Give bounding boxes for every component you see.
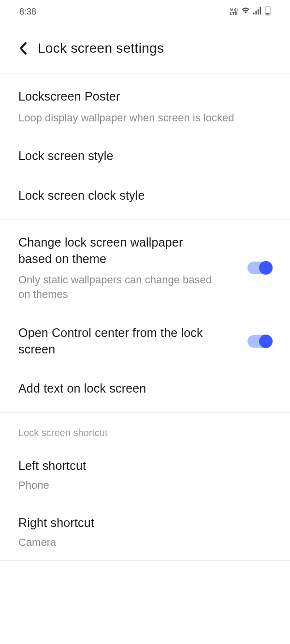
setting-subtitle: Loop display wallpaper when screen is lo…: [18, 111, 272, 125]
setting-title: Lockscreen Poster: [18, 88, 272, 105]
svg-rect-2: [258, 9, 259, 15]
chevron-left-icon: [19, 42, 28, 55]
lockscreen-poster-item[interactable]: Lockscreen Poster Loop display wallpaper…: [0, 74, 290, 136]
left-shortcut-item[interactable]: Left shortcut Phone: [0, 446, 290, 503]
page-title: Lock screen settings: [38, 41, 164, 56]
svg-rect-0: [253, 13, 255, 15]
page-header: Lock screen settings: [0, 23, 290, 74]
setting-title: Open Control center from the lock screen: [18, 325, 217, 358]
settings-section-2: Change lock screen wallpaper based on th…: [0, 220, 290, 413]
open-control-center-item[interactable]: Open Control center from the lock screen: [0, 313, 290, 369]
battery-icon: [265, 6, 271, 17]
setting-title: Lock screen style: [18, 148, 272, 164]
setting-title: Add text on lock screen: [18, 381, 272, 397]
settings-section-shortcut: Lock screen shortcut Left shortcut Phone…: [0, 413, 290, 561]
lock-screen-style-item[interactable]: Lock screen style: [0, 136, 290, 176]
setting-value: Phone: [18, 479, 272, 492]
wallpaper-theme-toggle[interactable]: [247, 262, 272, 274]
setting-subtitle: Only static wallpapers can change based …: [18, 273, 221, 301]
add-text-lockscreen-item[interactable]: Add text on lock screen: [0, 369, 290, 412]
wifi-icon: [241, 7, 250, 16]
setting-value: Camera: [18, 536, 272, 549]
signal-icon: [253, 7, 262, 16]
setting-title: Change lock screen wallpaper based on th…: [18, 234, 217, 267]
setting-title: Lock screen clock style: [18, 188, 272, 204]
section-header: Lock screen shortcut: [0, 413, 290, 446]
svg-rect-3: [260, 7, 261, 15]
status-bar: 8:38 Vo)) LTE: [0, 0, 290, 23]
control-center-toggle[interactable]: [247, 335, 272, 348]
setting-title: Left shortcut: [18, 458, 272, 474]
status-icons: Vo)) LTE: [230, 6, 271, 17]
toggle-knob: [259, 335, 273, 348]
svg-rect-6: [266, 13, 270, 15]
status-time: 8:38: [19, 7, 36, 17]
toggle-knob: [259, 261, 273, 275]
svg-rect-1: [256, 11, 257, 15]
change-wallpaper-theme-item[interactable]: Change lock screen wallpaper based on th…: [0, 220, 290, 313]
settings-section-1: Lockscreen Poster Loop display wallpaper…: [0, 74, 290, 220]
setting-title: Right shortcut: [18, 515, 272, 531]
volte-icon: Vo)) LTE: [230, 8, 238, 15]
right-shortcut-item[interactable]: Right shortcut Camera: [0, 503, 290, 560]
back-button[interactable]: [17, 43, 29, 54]
lock-screen-clock-style-item[interactable]: Lock screen clock style: [0, 176, 290, 220]
